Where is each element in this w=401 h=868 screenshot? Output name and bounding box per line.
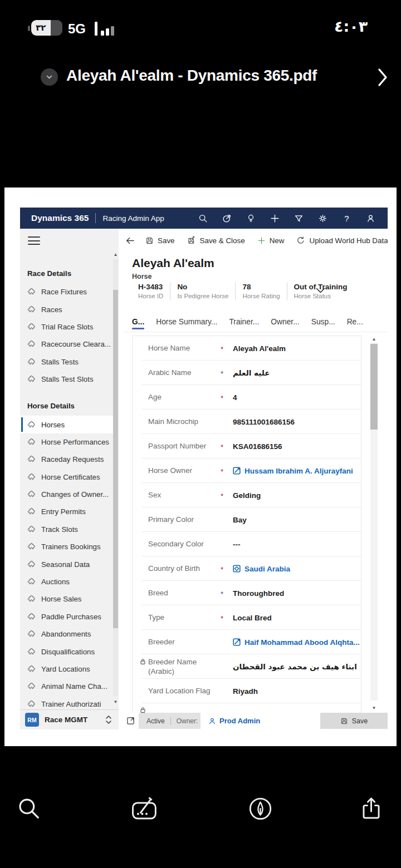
popout-icon[interactable]	[126, 717, 135, 725]
sidebar-item[interactable]: Horses	[20, 416, 114, 433]
sidebar-item[interactable]: Trainers Bookings	[20, 538, 114, 555]
quick-launch-icon[interactable]	[222, 214, 232, 223]
field-value[interactable]: Aleyah Al'ealm	[233, 344, 361, 353]
save-button[interactable]: Save	[139, 231, 181, 249]
sidebar-item[interactable]: Animal Name Cha...	[20, 678, 114, 695]
sidebar-item[interactable]: Race Details	[20, 263, 114, 283]
form-field-row[interactable]: Country of Birth * Saudi Arabia	[133, 556, 361, 581]
sidebar-item[interactable]: Paddle Purchases	[20, 608, 114, 625]
field-value[interactable]: 985111001686156	[233, 418, 361, 426]
header-field[interactable]: 78 Horse Rating	[235, 282, 286, 300]
sidebar-item[interactable]: Raceday Requests	[20, 451, 114, 468]
field-value[interactable]: Saudi Arabia	[233, 565, 361, 573]
form-field-row[interactable]: Main Microchip * 985111001686156	[133, 410, 361, 434]
hamburger-menu-icon[interactable]	[28, 236, 40, 245]
account-icon[interactable]	[366, 214, 375, 223]
form-field-row[interactable]: Breeder * Haif Mohammad Abood Alqhta...	[133, 630, 361, 654]
save-and-close-button[interactable]: Save & Close	[181, 231, 251, 249]
sidebar-item[interactable]: Horse Sales	[20, 590, 114, 608]
sidebar-item[interactable]: Horse Details	[20, 396, 114, 416]
next-button[interactable]	[377, 68, 388, 87]
form-tab[interactable]: Re...	[347, 318, 363, 332]
network-type: 5G	[68, 21, 86, 37]
footer-save-button[interactable]: Save	[320, 713, 388, 729]
form-field-row[interactable]: Yard Location Flag * Riyadh	[133, 679, 361, 703]
sidebar-item[interactable]: Stalls Test Slots	[20, 371, 114, 388]
header-field[interactable]: H-3483 Horse ID	[131, 282, 170, 300]
owner-link[interactable]: Prod Admin	[208, 713, 260, 729]
new-button[interactable]: New	[251, 231, 291, 249]
form-field-row[interactable]: Horse Owner * Hussam Ibrahim A. Aljurayf…	[133, 458, 361, 483]
field-value[interactable]: عليه العلم	[233, 368, 361, 377]
sidebar-item[interactable]: Race Fixtures	[20, 283, 114, 300]
form-scroll-up-icon[interactable]: ▲	[370, 336, 378, 342]
form-field-row[interactable]: Breeder Name (Arabic) * ابناء هيف بن محم…	[133, 654, 361, 679]
sidebar-item[interactable]: Abandonments	[20, 625, 114, 643]
search-icon[interactable]	[198, 214, 208, 223]
field-value[interactable]: Gelding	[233, 491, 361, 500]
app-name[interactable]: Racing Admin App	[102, 214, 164, 223]
pen-markup-icon[interactable]	[247, 796, 273, 822]
form-field-row[interactable]: Passport Number * KSA01686156	[133, 434, 361, 458]
collapse-button[interactable]	[41, 68, 58, 86]
form-field-row[interactable]: Sex * Gelding	[133, 483, 361, 507]
form-tab[interactable]: Trainer...	[229, 318, 259, 332]
back-button[interactable]	[125, 232, 135, 249]
markup-signature-icon[interactable]	[131, 796, 158, 822]
entity-puzzle-icon	[27, 682, 36, 691]
sidebar-item[interactable]: Racecourse Cleara...	[20, 336, 114, 353]
sidebar-item[interactable]: Trial Race Slots	[20, 318, 114, 336]
form-field-row[interactable]: Type * Local Bred	[133, 605, 361, 630]
help-icon[interactable]: ?	[342, 214, 351, 223]
upload-world-hub-data-button[interactable]: Upload World Hub Data	[290, 231, 388, 249]
main-content: Save Save & Close New Upload World Hub D…	[124, 229, 388, 713]
sidebar-item[interactable]: Track Slots	[20, 521, 114, 538]
form-field-row[interactable]: Secondary Color * ---	[133, 532, 361, 556]
add-icon[interactable]	[270, 214, 280, 223]
header-field[interactable]: No Is Pedigree Horse	[170, 282, 235, 300]
sidebar-scrollbar-thumb[interactable]	[113, 290, 118, 628]
header-expand-chevron-icon[interactable]	[316, 288, 325, 293]
search-icon[interactable]	[16, 796, 42, 822]
field-value[interactable]: Hussam Ibrahim A. Aljurayfani	[233, 467, 361, 475]
field-value[interactable]: Haif Mohammad Abood Alqhta...	[233, 638, 361, 647]
share-icon[interactable]	[358, 796, 384, 822]
form-tab[interactable]: Owner...	[271, 318, 299, 332]
form-tab[interactable]: Horse Summary...	[156, 318, 217, 332]
sidebar-item[interactable]: Entry Permits	[20, 503, 114, 520]
lightbulb-icon[interactable]	[246, 214, 256, 223]
dynamics-brand[interactable]: Dynamics 365	[20, 213, 89, 223]
field-value[interactable]: Riyadh	[233, 687, 361, 696]
sidebar-item[interactable]: Seasonal Data	[20, 555, 114, 573]
form-field-row[interactable]: Horse Name * Aleyah Al'ealm	[133, 336, 361, 361]
field-value[interactable]: Local Bred	[233, 614, 361, 622]
field-value[interactable]: 4	[233, 393, 361, 402]
sidebar-item[interactable]: Stalls Tests	[20, 353, 114, 371]
form-tab[interactable]: Susp...	[311, 318, 335, 332]
sidebar-scroll-down-icon[interactable]: ▼	[113, 699, 119, 705]
area-switcher[interactable]: RM Race MGMT	[20, 709, 119, 729]
form-field-row[interactable]: Age * 4	[133, 385, 361, 410]
filter-icon[interactable]	[294, 214, 304, 223]
form-field-row[interactable]: Primary Color * Bay	[133, 507, 361, 532]
sidebar-item[interactable]: Races	[20, 300, 114, 318]
form-field-row[interactable]: Arabic Name * عليه العلم	[133, 361, 361, 385]
sidebar-item[interactable]: Horse Performances	[20, 433, 114, 451]
field-value[interactable]: ابناء هيف بن محمد عبود القحطان	[233, 662, 361, 671]
settings-icon[interactable]	[318, 214, 327, 223]
sidebar-item[interactable]: Trainer Authorizati	[20, 696, 114, 709]
sidebar-item[interactable]: Disqualifications	[20, 643, 114, 660]
area-updown-chevron-icon[interactable]	[105, 715, 112, 724]
form-tab[interactable]: G...	[132, 318, 144, 332]
sidebar-item[interactable]: Yard Locations	[20, 660, 114, 678]
form-scroll-down-icon[interactable]: ▼	[370, 705, 378, 711]
form-scrollbar-thumb[interactable]	[370, 344, 378, 430]
sidebar-item[interactable]: Changes of Owner...	[20, 486, 114, 503]
field-value[interactable]: ---	[233, 540, 361, 549]
field-value[interactable]: KSA01686156	[233, 442, 361, 451]
sidebar-item[interactable]: Auctions	[20, 573, 114, 590]
field-value[interactable]: Bay	[233, 516, 361, 524]
form-field-row[interactable]: Breed * Thoroughbred	[133, 581, 361, 605]
sidebar-item[interactable]: Horse Certificates	[20, 468, 114, 486]
field-value[interactable]: Thoroughbred	[233, 589, 361, 598]
